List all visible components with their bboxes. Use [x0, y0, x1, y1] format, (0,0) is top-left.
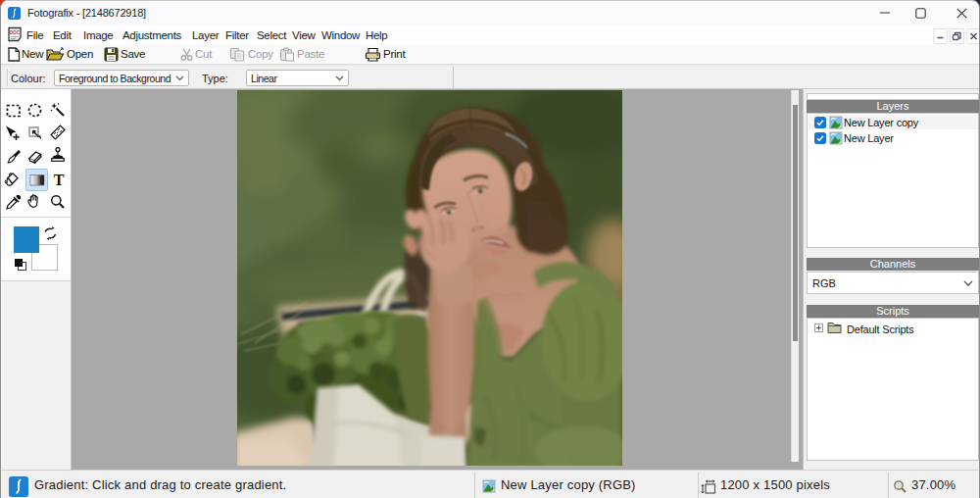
svg-text:DOC: DOC: [10, 30, 21, 35]
svg-text:T: T: [54, 172, 65, 187]
